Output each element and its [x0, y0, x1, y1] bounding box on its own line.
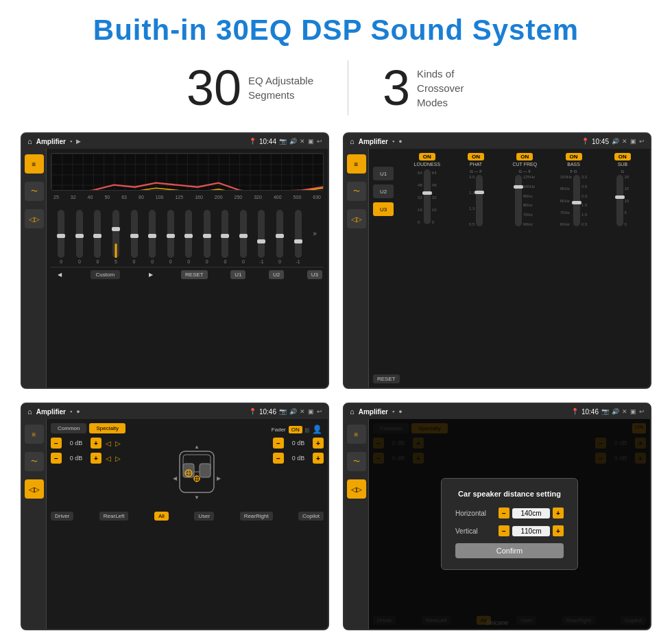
- reset-btn[interactable]: RESET: [181, 270, 208, 279]
- screen4-title: Amplifier: [359, 408, 388, 416]
- u1-preset[interactable]: U1: [373, 167, 394, 180]
- modal-horizontal-row: Horizontal − 140cm +: [455, 508, 564, 518]
- horizontal-value: 140cm: [512, 508, 550, 518]
- eq-stat: 30 EQ Adjustable Segments: [152, 63, 348, 112]
- x-icon-1[interactable]: ✕: [300, 138, 305, 145]
- ch-sub: ON SUB G 20151050: [599, 153, 646, 233]
- sub-slider[interactable]: [616, 175, 623, 226]
- sidebar-vol-btn-4[interactable]: ◁▷: [347, 479, 366, 499]
- screen3-title: Amplifier: [36, 408, 66, 416]
- vertical-minus[interactable]: −: [499, 525, 509, 536]
- specialty-btn-3[interactable]: Specialty: [89, 423, 125, 433]
- sidebar-wave-btn-4[interactable]: 〜: [347, 452, 366, 471]
- fader-row: Fader ON ||| 👤: [272, 425, 322, 434]
- modal-vertical-row: Vertical − 110cm +: [455, 525, 564, 536]
- play-icon-1[interactable]: ▶: [76, 138, 81, 145]
- cutfreq-slider[interactable]: [515, 175, 522, 226]
- eq-controls: ◀ Custom ▶ RESET U1 U2 U3: [51, 267, 324, 279]
- home-icon-1[interactable]: ⌂: [27, 137, 32, 145]
- screen2-time: 10:45: [592, 138, 609, 145]
- page-title: Buith-in 30EQ DSP Sound System: [93, 14, 579, 47]
- db-minus-1[interactable]: −: [51, 438, 62, 449]
- db-value-4: 0 dB: [288, 455, 309, 462]
- home-icon-3[interactable]: ⌂: [27, 407, 32, 416]
- screen3-time: 10:46: [259, 408, 276, 416]
- sidebar-wave-btn[interactable]: 〜: [25, 182, 44, 201]
- reset-preset[interactable]: RESET: [373, 374, 400, 383]
- u1-btn[interactable]: U1: [230, 270, 245, 279]
- home-icon-4[interactable]: ⌂: [350, 407, 355, 416]
- horizontal-plus[interactable]: +: [553, 508, 564, 518]
- sidebar-wave-btn-3[interactable]: 〜: [25, 452, 44, 471]
- confirm-button[interactable]: Confirm: [455, 543, 564, 558]
- sidebar-wave-btn-2[interactable]: 〜: [347, 182, 366, 201]
- db-value-2: 0 dB: [66, 455, 86, 462]
- rearright-btn[interactable]: RearRight: [240, 512, 273, 521]
- eq-freq-labels: 25 32 40 50 63 80 100 125 160 200 250 32…: [51, 195, 324, 200]
- horizontal-minus[interactable]: −: [499, 508, 509, 518]
- sidebar-vol-btn-2[interactable]: ◁▷: [347, 209, 366, 228]
- db-plus-1[interactable]: +: [91, 438, 101, 449]
- db-plus-4[interactable]: +: [313, 453, 324, 464]
- fader-on-badge[interactable]: ON: [289, 426, 302, 433]
- screens-grid: ⌂ Amplifier ▪ ▶ 📍 10:44 📷 🔊 ✕ ▣ ↩ ≡: [21, 132, 651, 630]
- screen1-title: Amplifier: [36, 138, 66, 145]
- back-icon-1[interactable]: ↩: [317, 138, 322, 145]
- screen-eq: ⌂ Amplifier ▪ ▶ 📍 10:44 📷 🔊 ✕ ▣ ↩ ≡: [21, 132, 329, 389]
- copilot-btn[interactable]: Copilot: [298, 512, 324, 521]
- svg-text:◀: ◀: [173, 475, 178, 481]
- prev-btn[interactable]: ◀: [52, 270, 67, 279]
- db-minus-2[interactable]: −: [51, 453, 62, 464]
- u2-btn[interactable]: U2: [269, 270, 284, 279]
- loudness-slider[interactable]: [424, 169, 431, 224]
- car-diagram-svg: ▲ ▼ ◀ ▶: [169, 438, 224, 506]
- bass-on[interactable]: ON: [566, 153, 582, 160]
- left-controls: − 0 dB + ◁ ▷ − 0 dB + ◁ ▷: [51, 438, 121, 464]
- window-icon-1: ▣: [308, 138, 314, 145]
- music-icon-1: ▪: [70, 138, 72, 145]
- sidebar-eq-btn[interactable]: ≡: [25, 154, 44, 174]
- scroll-right-icon[interactable]: »: [313, 230, 317, 237]
- next-btn[interactable]: ▶: [143, 270, 158, 279]
- u3-preset[interactable]: U3: [373, 202, 394, 216]
- db-plus-2[interactable]: +: [91, 453, 101, 464]
- phat-slider[interactable]: [476, 175, 483, 226]
- home-icon-2[interactable]: ⌂: [350, 137, 355, 145]
- db-plus-3[interactable]: +: [313, 438, 324, 449]
- bass-slider[interactable]: [573, 175, 580, 226]
- location-icon-1: 📍: [249, 138, 256, 145]
- sidebar-eq-btn-3[interactable]: ≡: [25, 425, 44, 444]
- cutfreq-on[interactable]: ON: [516, 153, 533, 160]
- screen3-sidebar: ≡ 〜 ◁▷: [22, 419, 47, 629]
- driver-btn[interactable]: Driver: [51, 512, 73, 521]
- u3-btn[interactable]: U3: [307, 270, 322, 279]
- phat-on[interactable]: ON: [468, 153, 484, 160]
- sidebar-eq-btn-2[interactable]: ≡: [347, 154, 366, 174]
- eq-slider-14: -1: [295, 210, 302, 264]
- crossover-desc: Kinds of Crossover Modes: [417, 67, 485, 110]
- loudness-on[interactable]: ON: [419, 153, 435, 160]
- status-bar-4: ⌂ Amplifier ▪ ● 📍 10:46 📷 🔊 ✕ ▣ ↩: [344, 404, 650, 419]
- sub-on[interactable]: ON: [614, 153, 631, 160]
- u2-preset[interactable]: U2: [373, 184, 394, 198]
- crossover-desc-line1: Kinds of: [417, 67, 485, 81]
- sidebar-vol-btn-3[interactable]: ◁▷: [25, 479, 44, 499]
- stats-row: 30 EQ Adjustable Segments 3 Kinds of Cro…: [21, 60, 651, 115]
- sidebar-eq-btn-4[interactable]: ≡: [347, 425, 366, 444]
- channels-area: ON LOUDNESS 644832160: [404, 153, 646, 383]
- preset-col: U1 U2 U3 RESET: [373, 153, 400, 383]
- rearleft-btn[interactable]: RearLeft: [99, 512, 129, 521]
- db-row-4: − 0 dB +: [273, 453, 324, 464]
- user-btn[interactable]: User: [194, 512, 214, 521]
- common-btn-3[interactable]: Common: [51, 423, 86, 433]
- custom-btn[interactable]: Custom: [91, 270, 121, 279]
- eq-desc-line2: Segments: [248, 88, 313, 102]
- all-btn[interactable]: All: [154, 512, 169, 521]
- vertical-plus[interactable]: +: [553, 525, 564, 536]
- crossover-stat: 3 Kinds of Crossover Modes: [348, 63, 520, 112]
- sidebar-vol-btn[interactable]: ◁▷: [25, 209, 44, 228]
- db-minus-4[interactable]: −: [273, 453, 284, 464]
- db-minus-3[interactable]: −: [273, 438, 284, 449]
- svg-text:▼: ▼: [194, 494, 200, 501]
- eq-slider-3: 0: [94, 210, 101, 264]
